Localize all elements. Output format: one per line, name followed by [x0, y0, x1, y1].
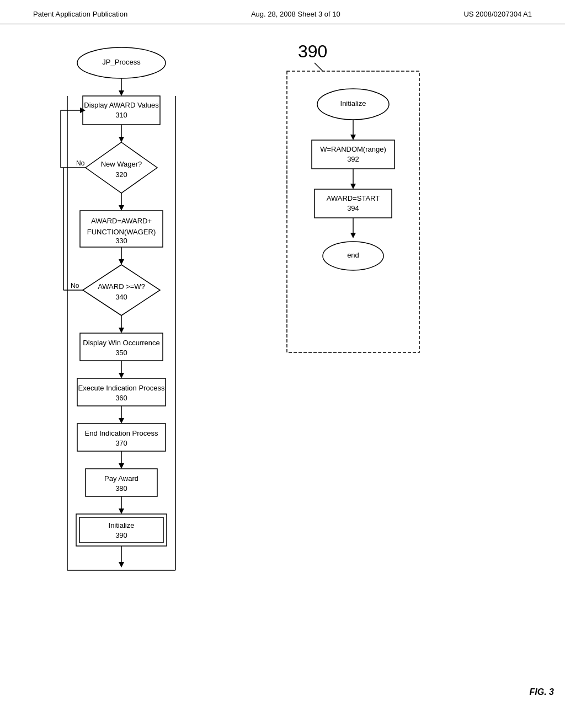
node-360-line1: Execute Indication Process	[78, 384, 165, 392]
node-380-line2: 380	[115, 484, 127, 493]
node-340-line2: 340	[115, 293, 127, 301]
node-320-line1: New Wager?	[101, 160, 142, 168]
flowchart-left: JP_Process Display AWARD Values 310 New …	[33, 41, 226, 703]
node-350-line1: Display Win Occurrence	[83, 339, 159, 347]
svg-marker-20	[119, 328, 124, 333]
svg-marker-12	[119, 205, 124, 211]
node-392-line2: 392	[347, 155, 359, 163]
svg-marker-29	[119, 463, 124, 469]
svg-marker-26	[119, 418, 124, 424]
no-label-320: No	[76, 159, 85, 167]
header-center: Aug. 28, 2008 Sheet 3 of 10	[251, 10, 340, 18]
node-320-line2: 320	[115, 170, 127, 179]
svg-rect-46	[312, 140, 395, 169]
left-flowchart-svg: JP_Process Display AWARD Values 310 New …	[33, 41, 210, 692]
node-jp-process: JP_Process	[102, 58, 141, 66]
node-right-end: end	[347, 251, 359, 259]
no-label-340: No	[71, 282, 79, 290]
right-flowchart-svg: 390 Initialize W=RANDOM(range) 392 AWARD…	[270, 41, 447, 383]
svg-marker-36	[119, 562, 124, 568]
node-310-line2: 310	[115, 111, 127, 119]
node-370-line2: 370	[115, 439, 127, 447]
node-370-line1: End Indication Process	[85, 429, 158, 437]
page-content: JP_Process Display AWARD Values 310 New …	[0, 24, 565, 719]
header-left: Patent Application Publication	[33, 10, 127, 18]
svg-marker-15	[119, 259, 124, 265]
svg-marker-2	[119, 90, 124, 96]
svg-rect-3	[83, 96, 160, 125]
page-header: Patent Application Publication Aug. 28, …	[0, 0, 565, 24]
node-350-line2: 350	[115, 349, 127, 357]
node-330-line3: 330	[115, 237, 127, 245]
header-right: US 2008/0207304 A1	[463, 10, 532, 18]
svg-marker-32	[119, 508, 124, 514]
svg-marker-5	[119, 137, 124, 142]
node-330-line2: FUNCTION(WAGER)	[87, 228, 156, 236]
node-392-line1: W=RANDOM(range)	[320, 145, 386, 153]
node-360-line2: 360	[115, 394, 127, 402]
ref-390-label: 390	[298, 41, 327, 61]
figure-label: FIG. 3	[530, 687, 554, 697]
node-390-line2: 390	[115, 531, 127, 539]
node-310-line1: Display AWARD Values	[84, 101, 159, 109]
node-394-line1: AWARD=START	[327, 194, 380, 202]
flowchart-right: 390 Initialize W=RANDOM(range) 392 AWARD…	[270, 41, 436, 703]
node-380-line1: Pay Award	[104, 474, 138, 483]
svg-marker-23	[119, 373, 124, 378]
node-390-line1: Initialize	[109, 521, 135, 529]
node-394-line2: 394	[347, 204, 359, 212]
node-right-init: Initialize	[340, 99, 366, 108]
node-340-line1: AWARD >=W?	[98, 282, 145, 291]
node-330-line1: AWARD=AWARD+	[91, 217, 152, 225]
svg-rect-49	[315, 189, 392, 218]
